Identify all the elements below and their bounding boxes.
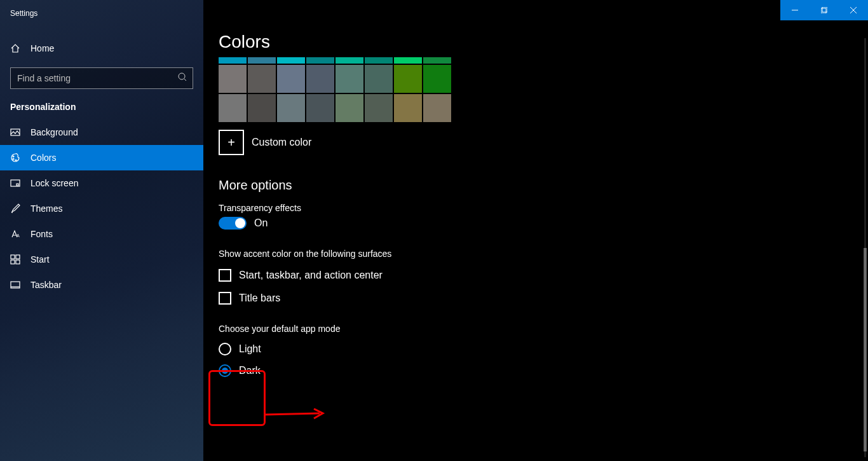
lockscreen-icon	[10, 178, 20, 188]
svg-point-8	[13, 156, 14, 157]
color-swatch[interactable]	[423, 57, 451, 64]
nav-home[interactable]: Home	[0, 36, 203, 61]
content-area: Colors + Custom color More options Trans…	[203, 0, 868, 461]
color-swatch[interactable]	[306, 94, 334, 122]
custom-color-button[interactable]: + Custom color	[219, 130, 868, 155]
nav-label: Themes	[31, 203, 63, 214]
checkbox-icon	[219, 292, 231, 305]
svg-rect-15	[16, 255, 20, 259]
nav-label: Lock screen	[31, 178, 78, 188]
color-swatch[interactable]	[248, 57, 276, 64]
transparency-toggle[interactable]	[219, 217, 247, 230]
home-icon	[10, 43, 20, 53]
color-swatch[interactable]	[394, 94, 422, 122]
color-swatch[interactable]	[394, 65, 422, 93]
page-title: Colors	[219, 32, 868, 52]
svg-rect-17	[16, 260, 20, 264]
nav-section-title: Personalization	[0, 99, 203, 120]
nav-item-fonts[interactable]: A Fonts	[0, 221, 203, 247]
radio-dark[interactable]: Dark	[219, 364, 868, 377]
nav-label: Start	[31, 254, 50, 265]
custom-color-label: Custom color	[252, 137, 311, 148]
svg-rect-14	[11, 255, 15, 259]
nav-label: Colors	[31, 153, 56, 163]
color-swatch-grid	[219, 57, 868, 122]
radio-light[interactable]: Light	[219, 343, 868, 355]
sidebar: Settings Home Personalization Background…	[0, 0, 203, 461]
color-swatch[interactable]	[336, 94, 363, 122]
nav-item-lockscreen[interactable]: Lock screen	[0, 170, 203, 196]
color-swatch[interactable]	[336, 65, 363, 93]
more-options-heading: More options	[219, 178, 868, 193]
svg-rect-2	[822, 7, 827, 12]
svg-text:A: A	[17, 233, 20, 238]
nav-item-background[interactable]: Background	[0, 120, 203, 145]
color-swatch[interactable]	[248, 65, 276, 93]
color-swatch[interactable]	[277, 65, 305, 93]
color-swatch[interactable]	[394, 57, 422, 64]
nav-item-taskbar[interactable]: Taskbar	[0, 272, 203, 298]
nav-item-themes[interactable]: Themes	[0, 196, 203, 221]
color-swatch[interactable]	[219, 65, 247, 93]
search-wrap	[0, 61, 203, 99]
transparency-state: On	[254, 217, 268, 229]
radio-icon	[219, 364, 231, 377]
taskbar-icon	[10, 280, 20, 290]
accent-surfaces-label: Show accent color on the following surfa…	[219, 249, 868, 259]
check-label: Start, taskbar, and action center	[239, 270, 383, 281]
svg-line-6	[184, 79, 186, 81]
svg-point-5	[179, 73, 185, 79]
color-swatch[interactable]	[365, 65, 393, 93]
plus-icon: +	[219, 130, 244, 155]
check-title-bars[interactable]: Title bars	[219, 292, 868, 305]
color-swatch[interactable]	[365, 94, 393, 122]
search-icon	[178, 72, 187, 84]
color-swatch[interactable]	[365, 57, 393, 64]
close-button[interactable]	[839, 0, 868, 20]
app-title: Settings	[0, 6, 203, 31]
nav-label: Fonts	[31, 229, 53, 239]
nav-home-label: Home	[31, 43, 54, 53]
color-swatch[interactable]	[306, 57, 334, 64]
nav-label: Taskbar	[31, 280, 62, 290]
svg-point-10	[15, 160, 17, 161]
color-swatch[interactable]	[219, 94, 247, 122]
maximize-button[interactable]	[810, 0, 839, 20]
color-swatch[interactable]	[306, 65, 334, 93]
check-start-taskbar[interactable]: Start, taskbar, and action center	[219, 269, 868, 282]
svg-rect-16	[11, 260, 15, 264]
color-swatch[interactable]	[219, 57, 247, 64]
svg-point-9	[13, 158, 14, 160]
nav-item-colors[interactable]: Colors	[0, 145, 203, 170]
color-swatch[interactable]	[277, 94, 305, 122]
scrollbar-thumb[interactable]	[864, 248, 867, 451]
palette-icon	[10, 153, 20, 163]
transparency-label: Transparency effects	[219, 203, 868, 213]
font-icon: A	[10, 229, 20, 239]
check-label: Title bars	[239, 292, 280, 304]
color-swatch[interactable]	[423, 94, 451, 122]
radio-icon	[219, 343, 231, 355]
color-swatch[interactable]	[423, 65, 451, 93]
nav-label: Background	[31, 127, 78, 137]
app-mode-label: Choose your default app mode	[219, 324, 868, 334]
radio-label: Dark	[239, 365, 261, 376]
color-swatch[interactable]	[277, 57, 305, 64]
color-swatch[interactable]	[336, 57, 363, 64]
start-icon	[10, 254, 20, 265]
svg-rect-12	[17, 184, 18, 186]
window-titlebar	[780, 0, 868, 20]
nav-list: Background Colors Lock screen Themes A F…	[0, 120, 203, 298]
radio-label: Light	[239, 343, 261, 355]
color-swatch[interactable]	[248, 94, 276, 122]
search-input[interactable]	[10, 67, 193, 89]
nav-item-start[interactable]: Start	[0, 247, 203, 272]
minimize-button[interactable]	[780, 0, 810, 20]
brush-icon	[10, 203, 20, 214]
picture-icon	[10, 127, 20, 137]
svg-rect-1	[821, 8, 826, 13]
checkbox-icon	[219, 269, 231, 282]
